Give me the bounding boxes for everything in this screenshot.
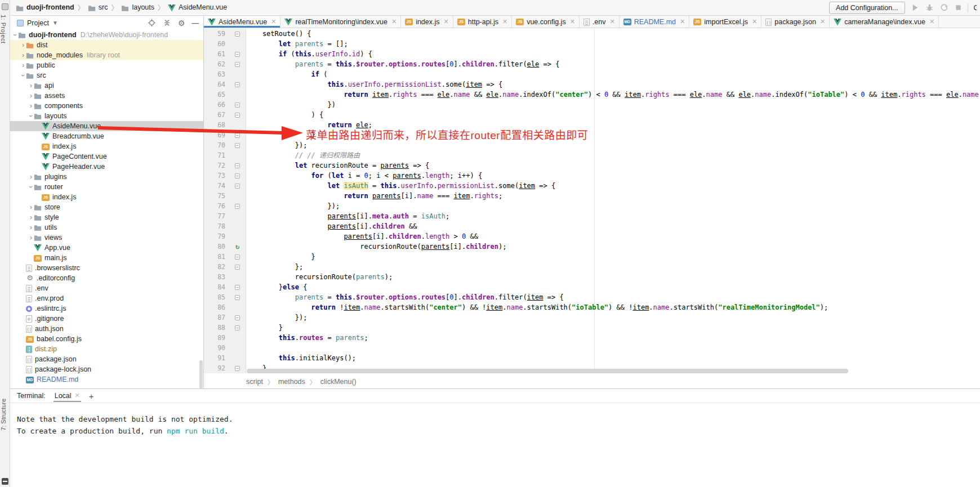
close-icon[interactable]: ✕ (75, 392, 80, 399)
code-line[interactable]: 79 parents[i].children.length > 0 && (204, 231, 980, 242)
stop-icon[interactable] (955, 4, 962, 11)
tree-chevron-icon[interactable]: › (28, 83, 34, 88)
run-with-coverage-icon[interactable] (940, 3, 948, 12)
tree-item[interactable]: ›plugins (10, 172, 203, 182)
code-line[interactable]: 74− let isAuth = this.userInfo.permissio… (204, 181, 980, 191)
close-icon[interactable]: ✕ (820, 18, 825, 25)
editor-tab[interactable]: { }package.json✕ (761, 16, 830, 28)
tree-item[interactable]: .env (10, 283, 203, 293)
tree-item[interactable]: ›utils (10, 222, 203, 233)
code-line[interactable]: 62− parents = this.$router.options.route… (204, 59, 980, 69)
code-line[interactable]: 60 let parents = []; (204, 39, 980, 49)
tree-chevron-icon[interactable]: › (28, 225, 34, 230)
fold-marker-icon[interactable]: − (235, 32, 240, 37)
code-line[interactable]: 75 return parents[i].name === item.right… (204, 191, 980, 201)
tree-item[interactable]: .eslintrc.js (10, 303, 203, 314)
code-line[interactable]: 81− } (204, 252, 980, 262)
close-icon[interactable]: ✕ (570, 18, 575, 25)
tree-item[interactable]: ›layouts (10, 111, 203, 121)
recursive-call-icon[interactable]: ↻ (235, 243, 239, 250)
tree-item[interactable]: ›public (10, 60, 203, 70)
tree-item[interactable]: PageContent.vue (10, 151, 203, 162)
tree-item[interactable]: JSbabel.config.js (10, 334, 203, 344)
tree-chevron-icon[interactable]: › (28, 113, 34, 119)
tree-scrollbar[interactable] (199, 360, 203, 388)
breadcrumb-item[interactable]: layouts (121, 3, 154, 11)
fold-marker-icon[interactable]: − (235, 254, 240, 260)
editor-breadcrumb-item[interactable]: script (246, 378, 263, 386)
close-icon[interactable]: ✕ (752, 18, 757, 25)
code-line[interactable]: 73− for (let i = 0; i < parents.length; … (204, 171, 980, 181)
fold-marker-icon[interactable]: − (235, 113, 240, 118)
editor-tab[interactable]: JShttp-api.js✕ (453, 16, 512, 28)
tree-chevron-icon[interactable]: › (12, 32, 18, 38)
code-line[interactable]: 65 return item.rights === ele.name && el… (204, 90, 980, 100)
editor-tab[interactable]: JSvue.config.js✕ (512, 16, 580, 28)
locate-icon[interactable] (148, 19, 156, 27)
new-terminal-tab-button[interactable]: + (89, 391, 94, 401)
code-line[interactable]: 59− setRoute() { (204, 29, 980, 39)
tree-item[interactable]: .browserslistrc (10, 263, 203, 273)
code-line[interactable]: 83 recursionRoute(parents); (204, 272, 980, 282)
tree-chevron-icon[interactable]: › (28, 93, 34, 99)
run-icon[interactable] (911, 3, 919, 12)
close-icon[interactable]: ✕ (610, 18, 615, 25)
tree-item[interactable]: ›src (10, 70, 203, 81)
tree-item[interactable]: ›dist (10, 40, 203, 50)
code-line[interactable]: 76− }); (204, 201, 980, 211)
fold-marker-icon[interactable]: − (235, 204, 240, 209)
tree-item[interactable]: ›views (10, 233, 203, 243)
tree-item[interactable]: ⊘.gitignore (10, 314, 203, 324)
fold-marker-icon[interactable]: − (235, 366, 240, 371)
structure-stripe-button[interactable]: 7: Structure (0, 399, 10, 431)
tree-item[interactable]: ›router (10, 182, 203, 192)
tree-item[interactable]: ›style (10, 212, 203, 222)
tree-chevron-icon[interactable]: › (20, 73, 26, 78)
editor-tab[interactable]: MDREADME.md✕ (620, 16, 690, 28)
close-icon[interactable]: ✕ (929, 18, 934, 25)
fold-marker-icon[interactable]: − (235, 143, 240, 148)
tree-chevron-icon[interactable]: › (20, 62, 26, 68)
editor-breadcrumb-item[interactable]: methods (278, 378, 305, 386)
code-line[interactable]: 91 this.initialKeys(); (204, 353, 980, 363)
fold-marker-icon[interactable]: − (235, 163, 240, 168)
fold-marker-icon[interactable]: − (235, 315, 240, 320)
breadcrumb-item[interactable]: AsideMenu.vue (168, 3, 227, 11)
breadcrumb-item[interactable]: src (88, 3, 108, 11)
code-line[interactable]: 88− } (204, 323, 980, 333)
tree-item[interactable]: ›store (10, 202, 203, 212)
code-line[interactable]: 86 return !item.name.startsWith("center"… (204, 302, 980, 312)
debug-icon[interactable] (925, 3, 934, 12)
editor-tab[interactable]: JSimportExcel.js✕ (689, 16, 761, 28)
tree-item[interactable]: { }auth.json (10, 324, 203, 334)
tree-item[interactable]: .env.prod (10, 293, 203, 303)
code-line[interactable]: 61− if (this.userInfo.id) { (204, 49, 980, 59)
fold-marker-icon[interactable]: − (235, 133, 240, 138)
breadcrumb-item[interactable]: duoji-frontend (16, 3, 74, 11)
tree-chevron-icon[interactable]: › (28, 235, 34, 240)
fold-marker-icon[interactable]: − (235, 62, 240, 67)
add-configuration-button[interactable]: Add Configuration... (829, 2, 905, 14)
terminal-output[interactable]: Note that the development build is not o… (10, 403, 980, 437)
editor-tab[interactable]: realTimeMonitoring\index.vue✕ (280, 16, 401, 28)
code-line[interactable]: 85− parents = this.$router.options.route… (204, 292, 980, 302)
code-line[interactable]: 78 parents[i].children && (204, 221, 980, 231)
code-view[interactable]: 59− setRoute() {60 let parents = [];61− … (204, 29, 980, 373)
tree-item[interactable]: { }package.json (10, 354, 203, 364)
project-view-selector[interactable]: Project ▼ (17, 19, 58, 27)
tool-window-icon[interactable] (2, 3, 8, 10)
fold-marker-icon[interactable]: − (235, 265, 240, 270)
tree-item[interactable]: Breadcrumb.vue (10, 131, 203, 141)
code-line[interactable]: 63 if ( (204, 69, 980, 79)
tree-chevron-icon[interactable]: › (28, 174, 34, 180)
editor-horizontal-scrollbar[interactable] (247, 369, 848, 373)
close-icon[interactable]: ✕ (680, 18, 685, 25)
code-line[interactable]: 71 // // 递归权限路由 (204, 150, 980, 160)
code-line[interactable]: 89 this.routes = parents; (204, 333, 980, 343)
git-label[interactable]: Git: (974, 4, 977, 12)
tree-chevron-icon[interactable]: › (28, 184, 34, 190)
tree-item[interactable]: JSindex.js (10, 192, 203, 202)
code-line[interactable]: 77 parents[i].meta.auth = isAuth; (204, 211, 980, 221)
tree-item[interactable]: AsideMenu.vue (10, 121, 203, 131)
tree-item[interactable]: JSmain.js (10, 253, 203, 263)
